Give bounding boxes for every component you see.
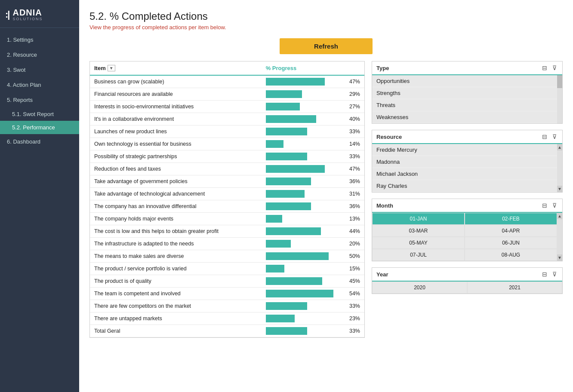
resource-filter-header: Resource ⊟ ⊽ bbox=[372, 130, 562, 144]
month-filter-item[interactable]: 04-APR bbox=[465, 225, 557, 237]
table-cell-item: The infrastructure is adapted to the nee… bbox=[90, 238, 262, 250]
brand-sub: SOLUTIONS bbox=[12, 17, 43, 21]
progress-bar-fill bbox=[266, 115, 316, 123]
table-row: The means to make sales are diverse50% bbox=[90, 250, 364, 263]
month-filter-item[interactable]: 05-MAY bbox=[372, 237, 465, 249]
table-row: Take advantage of technological advancem… bbox=[90, 188, 364, 200]
table-cell-item: Take advantage of government policies bbox=[90, 175, 262, 188]
progress-pct-label: 45% bbox=[345, 278, 360, 284]
sidebar-sub-performance[interactable]: 5.2. Performance bbox=[0, 121, 79, 134]
progress-bar-fill bbox=[266, 178, 311, 185]
table-cell-progress: 33% bbox=[262, 150, 364, 163]
page-subtitle: View the progress of completed actions p… bbox=[89, 24, 563, 31]
year-filter-icons: ⊟ ⊽ bbox=[541, 270, 558, 278]
year-filter-item[interactable]: 2020 bbox=[372, 282, 467, 294]
resource-filter-title: Resource bbox=[376, 134, 402, 140]
month-filter-item[interactable]: 06-JUN bbox=[465, 237, 557, 249]
progress-bar-bg bbox=[266, 178, 341, 185]
month-scroll-down[interactable]: ▼ bbox=[557, 254, 562, 261]
progress-pct-label: 27% bbox=[345, 104, 360, 110]
resource-filter-item[interactable]: Ray Charles bbox=[372, 180, 557, 192]
year-filter-funnel-icon[interactable]: ⊽ bbox=[551, 270, 558, 278]
table-row: Business can grow (scalable)47% bbox=[90, 75, 364, 88]
year-filter-multiselect-icon[interactable]: ⊟ bbox=[541, 270, 548, 278]
type-filter-multiselect-icon[interactable]: ⊟ bbox=[541, 64, 548, 72]
table-cell-progress: 29% bbox=[262, 88, 364, 101]
progress-pct-label: 31% bbox=[345, 191, 360, 197]
table-cell-progress: 44% bbox=[262, 225, 364, 238]
item-sort-icon[interactable]: ▼ bbox=[108, 65, 115, 71]
progress-bar-fill bbox=[266, 277, 323, 285]
table-cell-item: The company has an innovative differenti… bbox=[90, 200, 262, 213]
table-cell-item: The product is of quality bbox=[90, 275, 262, 288]
logo-icon: :| bbox=[5, 9, 9, 20]
type-filter-item[interactable]: Opportunities bbox=[372, 75, 557, 87]
progress-bar-fill bbox=[266, 215, 282, 223]
resource-filter-item[interactable]: Freddie Mercury bbox=[372, 144, 557, 156]
progress-bar-bg bbox=[266, 315, 341, 322]
col-item-header: Item ▼ bbox=[90, 61, 262, 75]
page-title: 5.2. % Completed Actions bbox=[89, 10, 563, 22]
progress-bar-fill bbox=[266, 315, 295, 322]
type-scroll-thumb[interactable] bbox=[557, 75, 562, 88]
table-row: Own technology is essential for business… bbox=[90, 138, 364, 150]
refresh-button[interactable]: Refresh bbox=[280, 38, 373, 54]
month-filter-item[interactable]: 08-AUG bbox=[465, 249, 557, 261]
type-filter-item[interactable]: Weaknesses bbox=[372, 111, 557, 123]
table-cell-progress: 20% bbox=[262, 238, 364, 250]
table-cell-progress: 36% bbox=[262, 175, 364, 188]
table-cell-item: Reduction of fees and taxes bbox=[90, 163, 262, 175]
progress-bar-fill bbox=[266, 227, 321, 235]
month-filter-multiselect-icon[interactable]: ⊟ bbox=[541, 202, 548, 209]
progress-bar-fill bbox=[266, 240, 291, 248]
progress-bar-bg bbox=[266, 190, 341, 198]
sidebar-sub-swot-report[interactable]: 5.1. Swot Report bbox=[0, 107, 79, 121]
progress-bar-bg bbox=[266, 115, 341, 123]
sidebar-item-reports[interactable]: 5. Reports bbox=[0, 92, 79, 107]
type-filter-item[interactable]: Threats bbox=[372, 99, 557, 111]
month-scroll-up[interactable]: ▲ bbox=[557, 213, 562, 219]
progress-pct-label: 13% bbox=[345, 216, 360, 222]
progress-pct-label: 36% bbox=[345, 178, 360, 184]
resource-filter-icons: ⊟ ⊽ bbox=[541, 133, 558, 141]
sidebar-nav: 1. Settings 2. Resource 3. Swot 4. Actio… bbox=[0, 32, 79, 149]
table-row: There are untapped markets23% bbox=[90, 312, 364, 325]
month-filter-item[interactable]: 07-JUL bbox=[372, 249, 465, 261]
type-filter-funnel-icon[interactable]: ⊽ bbox=[551, 64, 558, 72]
table-cell-progress: 33% bbox=[262, 126, 364, 138]
month-filter-item[interactable]: 02-FEB bbox=[465, 213, 557, 225]
resource-filter-item[interactable]: Madonna bbox=[372, 156, 557, 168]
resource-filter-item[interactable]: Michael Jackson bbox=[372, 168, 557, 180]
table-row: The team is competent and involved54% bbox=[90, 288, 364, 300]
resource-scroll-down[interactable]: ▼ bbox=[557, 186, 562, 192]
sidebar-item-action-plan[interactable]: 4. Action Plan bbox=[0, 77, 79, 92]
progress-bar-bg bbox=[266, 327, 341, 335]
year-filter-item[interactable]: 2021 bbox=[467, 282, 562, 294]
progress-bar-bg bbox=[266, 290, 341, 297]
year-filter-panel: Year ⊟ ⊽ 20202021 bbox=[372, 267, 563, 294]
progress-bar-bg bbox=[266, 252, 341, 260]
progress-pct-label: 36% bbox=[345, 203, 360, 209]
table-cell-progress: 15% bbox=[262, 263, 364, 275]
sidebar-item-dashboard[interactable]: 6. Dashboard bbox=[0, 134, 79, 149]
progress-bar-bg bbox=[266, 240, 341, 248]
resource-filter-funnel-icon[interactable]: ⊽ bbox=[551, 133, 558, 141]
col-progress-header: % Progress bbox=[262, 61, 364, 75]
table-row: Take advantage of government policies36% bbox=[90, 175, 364, 188]
month-filter-item[interactable]: 01-JAN bbox=[372, 213, 465, 225]
month-filter-funnel-icon[interactable]: ⊽ bbox=[551, 202, 558, 209]
resource-filter-multiselect-icon[interactable]: ⊟ bbox=[541, 133, 548, 141]
table-cell-item: Financial resources are available bbox=[90, 88, 262, 101]
month-filter-item[interactable]: 03-MAR bbox=[372, 225, 465, 237]
progress-bar-fill bbox=[266, 78, 325, 86]
resource-scroll-track bbox=[557, 150, 562, 186]
table-cell-progress: 45% bbox=[262, 275, 364, 288]
sidebar-item-swot[interactable]: 3. Swot bbox=[0, 62, 79, 77]
resource-scroll-up[interactable]: ▲ bbox=[557, 144, 562, 150]
type-filter-item[interactable]: Strengths bbox=[372, 87, 557, 99]
resource-filter-scroll: Freddie MercuryMadonnaMichael JacksonRay… bbox=[372, 144, 562, 192]
sidebar-item-resource[interactable]: 2. Resource bbox=[0, 47, 79, 62]
table-cell-item: Take advantage of technological advancem… bbox=[90, 188, 262, 200]
sidebar-item-settings[interactable]: 1. Settings bbox=[0, 32, 79, 47]
progress-bar-fill bbox=[266, 202, 311, 210]
